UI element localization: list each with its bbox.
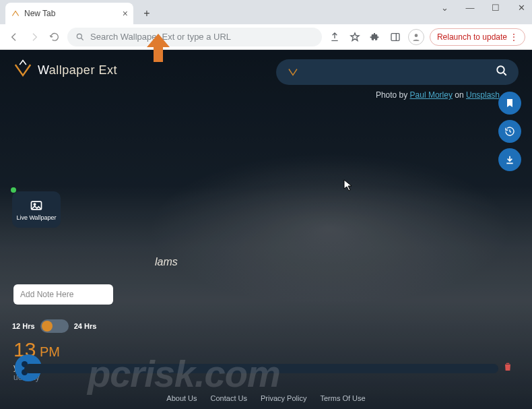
page-content: Wallpaper Ext Photo by Paul Morley on Un… [0, 50, 532, 409]
window-controls: ⌄ — ☐ ✕ [438, 3, 528, 13]
credit-prefix: Photo by [376, 90, 410, 100]
music-progress-bar[interactable] [24, 364, 498, 373]
download-fab[interactable] [498, 148, 521, 171]
search-icon [75, 32, 85, 42]
time-format-toggle[interactable] [40, 319, 69, 333]
omnibox[interactable]: Search Wallpaper Ext or type a URL [67, 28, 322, 46]
profile-avatar-icon[interactable] [408, 29, 424, 45]
bookmark-star-icon[interactable] [347, 30, 362, 44]
tab-strip: New Tab × + ⌄ — ☐ ✕ [0, 0, 532, 24]
window-maximize-icon[interactable]: ☐ [489, 3, 502, 13]
search-submit-icon[interactable] [496, 65, 508, 80]
extensions-icon[interactable] [368, 30, 383, 44]
brand-name: Wallpaper Ext [38, 63, 117, 77]
brand-header: Wallpaper Ext [12, 59, 117, 81]
image-icon [28, 199, 44, 212]
toggle-label-12: 12 Hrs [12, 322, 35, 330]
tab-title: New Tab [24, 9, 119, 18]
add-note-input[interactable]: Add Note Here [13, 284, 113, 305]
window-dropdown-icon[interactable]: ⌄ [438, 3, 451, 13]
credit-author-link[interactable]: Paul Morley [410, 90, 453, 100]
relaunch-label: Relaunch to update [437, 32, 507, 42]
window-close-icon[interactable]: ✕ [514, 3, 528, 13]
svg-point-3 [497, 66, 504, 73]
live-wallpaper-button[interactable]: Live Wallpaper [12, 191, 61, 228]
svg-point-5 [34, 203, 36, 206]
svg-rect-1 [391, 33, 399, 40]
footer-terms-link[interactable]: Terms Of Use [320, 394, 365, 402]
tab-favicon-icon [11, 9, 20, 18]
svg-point-0 [77, 34, 81, 38]
side-panel-icon[interactable] [388, 30, 403, 44]
reload-button[interactable] [47, 30, 62, 44]
annotation-arrow-icon [147, 34, 170, 62]
search-pill-logo-icon [287, 66, 299, 78]
browser-toolbar: Search Wallpaper Ext or type a URL Relau… [0, 24, 532, 50]
mouse-cursor-icon [343, 179, 354, 191]
svg-point-2 [415, 34, 418, 37]
history-fab[interactable] [498, 120, 521, 143]
brand-logo-icon [12, 59, 34, 81]
window-minimize-icon[interactable]: — [463, 3, 477, 13]
live-wallpaper-label: Live Wallpaper [16, 214, 56, 221]
credit-middle: on [453, 90, 466, 100]
toggle-label-24: 24 Hrs [74, 322, 97, 330]
delete-icon[interactable] [502, 361, 513, 375]
share-icon[interactable] [327, 30, 342, 44]
footer-privacy-link[interactable]: Privacy Policy [261, 394, 306, 402]
forward-button[interactable] [27, 30, 42, 44]
browser-tab[interactable]: New Tab × [5, 3, 133, 24]
photo-credit: Photo by Paul Morley on Unsplash [376, 90, 500, 100]
note-placeholder: Add Note Here [20, 290, 73, 299]
footer-about-link[interactable]: About Us [166, 394, 197, 402]
new-tab-button[interactable]: + [137, 4, 156, 23]
back-button[interactable] [7, 30, 22, 44]
bookmark-fab[interactable] [498, 92, 521, 115]
footer-contact-link[interactable]: Contact Us [211, 394, 247, 402]
menu-dots-icon[interactable]: ⋮ [510, 32, 518, 42]
relaunch-button[interactable]: Relaunch to update ⋮ [430, 28, 525, 46]
time-format-toggle-row: 12 Hrs 24 Hrs [12, 319, 96, 333]
footer-links: About Us Contact Us Privacy Policy Terms… [0, 394, 532, 402]
wallpaper-background [0, 50, 532, 409]
credit-source-link[interactable]: Unsplash [466, 90, 500, 100]
page-search-bar[interactable] [276, 59, 519, 85]
tab-close-icon[interactable]: × [123, 8, 128, 19]
quote-fragment: lams [155, 256, 178, 268]
